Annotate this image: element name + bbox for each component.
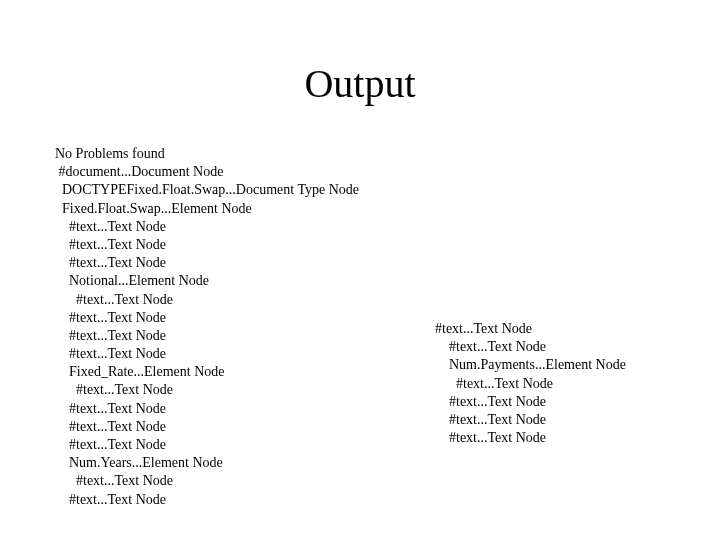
output-tree-left: No Problems found #document...Document N… xyxy=(55,145,359,509)
page-title: Output xyxy=(0,60,720,107)
output-tree-right: #text...Text Node #text...Text Node Num.… xyxy=(435,320,626,447)
